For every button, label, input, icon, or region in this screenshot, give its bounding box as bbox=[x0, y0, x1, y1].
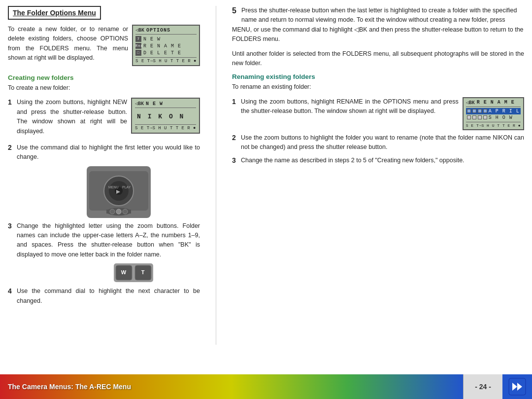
step4-text: Use the command dial to highlight the ne… bbox=[17, 287, 200, 306]
svg-point-8 bbox=[116, 209, 121, 214]
new-footer: S E T→S H U T T E R ● bbox=[135, 124, 196, 131]
right-column: 5 Press the shutter-release button when … bbox=[232, 6, 524, 345]
show-checkbox bbox=[467, 115, 471, 119]
step5-block: 5 Press the shutter-release button when … bbox=[232, 6, 524, 44]
renaming-intro: To rename an existing folder: bbox=[232, 82, 524, 92]
options-row-delete: □ D E L E T E bbox=[135, 49, 197, 56]
rename-footer: S E T→S H U T T E R ● bbox=[466, 122, 521, 128]
svg-point-7 bbox=[110, 209, 115, 214]
new-alphabet: N I K O N bbox=[135, 110, 196, 123]
svg-point-9 bbox=[123, 209, 128, 214]
svg-text:W: W bbox=[121, 269, 127, 275]
camera-dial-image: MENU PLAY bbox=[87, 166, 151, 218]
bottom-label: The Camera Menus: The A-REC Menu bbox=[8, 383, 131, 391]
svg-text:T: T bbox=[141, 269, 145, 275]
delete-icon: □ bbox=[135, 50, 141, 56]
rename-title: R E N A M E bbox=[477, 100, 515, 105]
show-checkbox3 bbox=[478, 115, 482, 119]
options-title: OPTIONS bbox=[146, 28, 170, 33]
rstep1-num: 1 bbox=[232, 97, 239, 107]
renaming-title: Renaming existing folders bbox=[232, 73, 524, 80]
new-icon: 7 bbox=[135, 36, 141, 42]
options-row-new: 7 N E W bbox=[135, 36, 197, 42]
next-arrow-icon bbox=[508, 378, 526, 396]
until-text: Until another folder is selected from th… bbox=[232, 49, 524, 69]
bottom-page: - 24 - bbox=[463, 374, 502, 399]
next-page-button[interactable] bbox=[502, 374, 532, 399]
step5-text: Press the shutter-release button when th… bbox=[232, 7, 524, 42]
april-checkbox4 bbox=[483, 109, 487, 113]
options-bk: ◁BK bbox=[135, 27, 144, 33]
rstep2-num: 2 bbox=[232, 133, 239, 143]
step3-num: 3 bbox=[8, 221, 15, 231]
step4-num: 4 bbox=[8, 287, 15, 296]
april-checkbox2 bbox=[472, 109, 476, 113]
rstep3-text: Change the name as described in steps 2 … bbox=[241, 156, 465, 165]
creating-intro: To create a new folder: bbox=[8, 83, 200, 93]
rstep2-item: 2 Use the zoom buttons to highlight the … bbox=[232, 133, 524, 152]
left-column: The Folder Options Menu To create a new … bbox=[8, 6, 200, 345]
step2-num: 2 bbox=[8, 143, 15, 153]
rstep2-text: Use the zoom buttons to highlight the fo… bbox=[241, 133, 524, 152]
options-footer: S E T→S H U T T E R ● bbox=[135, 57, 197, 64]
svg-text:MENU: MENU bbox=[108, 185, 119, 189]
rstep3-num: 3 bbox=[232, 156, 239, 166]
options-row-rename: Rnc R E N A M E bbox=[135, 42, 197, 49]
step1-num: 1 bbox=[8, 98, 15, 108]
rstep1-text: Using the zoom buttons, highlight RENAME… bbox=[241, 97, 459, 116]
bottom-bar: The Camera Menus: The A-REC Menu - 24 - bbox=[0, 374, 532, 399]
section-title-box: The Folder Options Menu bbox=[8, 6, 101, 20]
rename-icon: Rnc bbox=[135, 43, 141, 49]
section-title: The Folder Options Menu bbox=[13, 9, 96, 17]
rename-menu-lcd: ◁BK R E N A M E A P R I L S H O W bbox=[463, 97, 524, 130]
show-label: S H O W bbox=[489, 115, 513, 120]
show-checkbox4 bbox=[483, 115, 487, 119]
april-checkbox3 bbox=[478, 109, 482, 113]
step5-num: 5 bbox=[232, 6, 239, 16]
april-checkbox bbox=[467, 109, 471, 113]
new-title: N E W bbox=[146, 101, 163, 107]
april-label: A P R I L bbox=[489, 109, 520, 114]
step3-item: 3 Change the highlighted letter using th… bbox=[8, 221, 200, 260]
zoom-buttons-image: W T bbox=[114, 263, 153, 282]
svg-text:PLAY: PLAY bbox=[122, 185, 131, 189]
step1-item: 1 Using the zoom buttons, highlight NEW … bbox=[8, 98, 127, 136]
new-menu-lcd: ◁BK N E W N I K O N S E T→S H U T T E R … bbox=[131, 98, 200, 134]
column-divider bbox=[216, 6, 216, 345]
step4-item: 4 Use the command dial to highlight the … bbox=[8, 287, 200, 306]
show-checkbox2 bbox=[472, 115, 476, 119]
options-menu-lcd: ◁BK OPTIONS 7 N E W Rnc R E N A M E □ D … bbox=[132, 25, 200, 66]
step2-text: Use the command dial to highlight the fi… bbox=[17, 143, 200, 162]
intro-text: To create a new folder, or to rename or … bbox=[8, 25, 128, 63]
creating-title: Creating new folders bbox=[8, 74, 200, 81]
step3-text: Change the highlighted letter using the … bbox=[17, 221, 200, 260]
step2-item: 2 Use the command dial to highlight the … bbox=[8, 143, 200, 162]
rstep1-item: 1 Using the zoom buttons, highlight RENA… bbox=[232, 97, 459, 116]
step1-text: Using the zoom buttons, highlight NEW an… bbox=[17, 98, 127, 136]
rstep3-item: 3 Change the name as described in steps … bbox=[232, 156, 524, 166]
rename-bk: ◁BK bbox=[466, 100, 475, 106]
new-bk: ◁BK bbox=[135, 101, 144, 107]
bottom-gradient: The Camera Menus: The A-REC Menu bbox=[0, 374, 463, 399]
